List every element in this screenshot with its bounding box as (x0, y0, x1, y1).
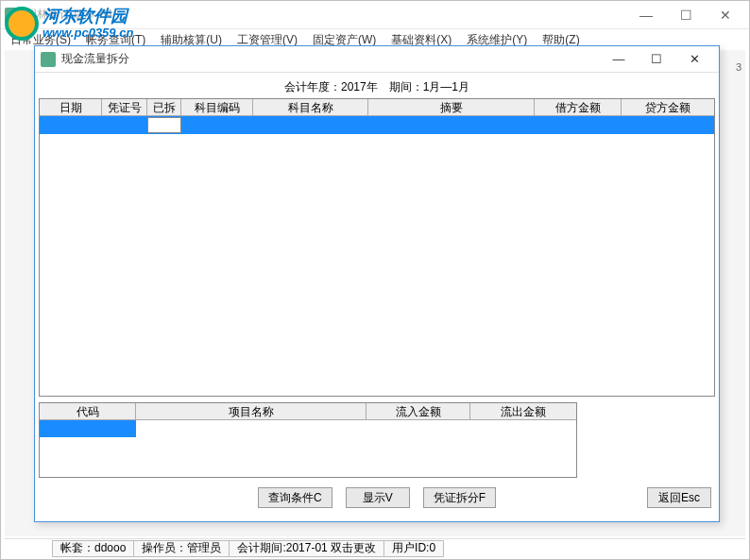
col-item-name: 项目名称 (136, 403, 366, 420)
col-subject-code: 科目编码 (181, 99, 253, 116)
dialog-title: 现金流量拆分 (61, 51, 600, 67)
dialog-close-button[interactable]: ✕ (675, 48, 713, 71)
right-marker: 3 (736, 61, 741, 73)
col-subject-name: 科目名称 (253, 99, 368, 116)
status-bar: 帐套：ddooo 操作员：管理员 会计期间:2017-01 双击更改 用户ID:… (5, 538, 745, 557)
dialog-button-bar: 查询条件C 显示V 凭证拆分F 返回Esc (39, 480, 715, 512)
cashflow-split-dialog: 现金流量拆分 — ☐ ✕ 会计年度：2017年 期间：1月—1月 日期 凭证号 … (34, 45, 720, 522)
status-period[interactable]: 会计期间:2017-01 双击更改 (229, 540, 384, 557)
period-label: 会计年度：2017年 期间：1月—1月 (39, 76, 715, 98)
watermark-url: www.pc0359.cn (43, 26, 133, 40)
maximize-button[interactable]: ☐ (666, 2, 706, 28)
col-summary: 摘要 (368, 99, 535, 116)
item-grid[interactable]: 代码 项目名称 流入金额 流出金额 (39, 402, 577, 478)
item-grid-row-selected[interactable] (40, 420, 576, 438)
col-outflow: 流出金额 (470, 403, 576, 420)
dialog-maximize-button[interactable]: ☐ (638, 48, 675, 71)
return-button[interactable]: 返回Esc (647, 487, 711, 508)
minimize-button[interactable]: — (626, 2, 666, 28)
split-button[interactable]: 凭证拆分F (423, 487, 496, 508)
col-credit: 贷方金额 (622, 99, 714, 116)
main-window: 园林会计·版本:64 — ☐ ✕ 日常业务(S) 帐务查询(T) 辅助核算(U)… (0, 0, 750, 560)
dialog-minimize-button[interactable]: — (600, 48, 638, 71)
col-date: 日期 (40, 99, 102, 116)
watermark-icon (5, 7, 39, 41)
split-checkbox-cell[interactable] (147, 117, 181, 133)
col-split: 已拆分 (147, 99, 181, 116)
dialog-icon (41, 52, 56, 67)
watermark: 河东软件园 www.pc0359.cn (5, 7, 133, 41)
col-voucher-no: 凭证号 (102, 99, 147, 116)
query-button[interactable]: 查询条件C (258, 487, 332, 508)
item-grid-header: 代码 项目名称 流入金额 流出金额 (40, 403, 576, 420)
dialog-titlebar: 现金流量拆分 — ☐ ✕ (35, 46, 719, 73)
col-code: 代码 (40, 403, 136, 420)
status-userid: 用户ID:0 (384, 540, 444, 557)
status-operator: 操作员：管理员 (133, 540, 229, 557)
col-debit: 借方金额 (535, 99, 622, 116)
voucher-grid-header: 日期 凭证号 已拆分 科目编码 科目名称 摘要 借方金额 贷方金额 (40, 99, 714, 116)
show-button[interactable]: 显示V (346, 487, 410, 508)
voucher-grid[interactable]: 日期 凭证号 已拆分 科目编码 科目名称 摘要 借方金额 贷方金额 (39, 98, 715, 397)
status-account: 帐套：ddooo (52, 540, 133, 557)
watermark-name: 河东软件园 (43, 8, 133, 26)
col-inflow: 流入金额 (366, 403, 470, 420)
close-button[interactable]: ✕ (706, 2, 745, 28)
voucher-grid-row-selected[interactable] (40, 116, 714, 134)
